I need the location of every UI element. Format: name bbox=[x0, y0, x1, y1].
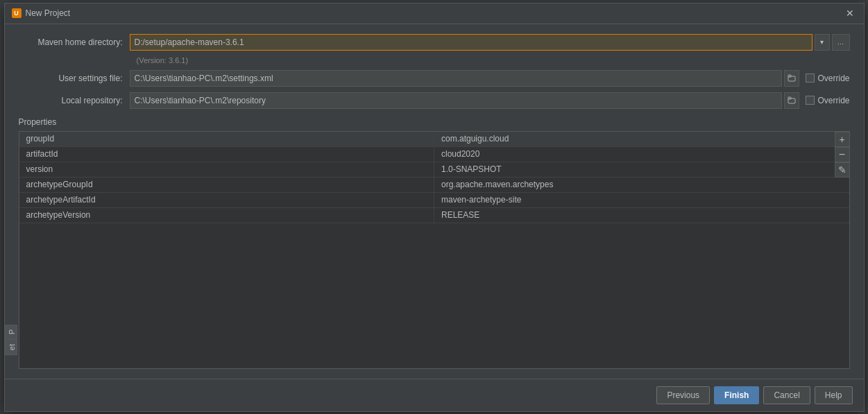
user-settings-override-checkbox[interactable] bbox=[806, 74, 815, 83]
new-project-dialog: U New Project ✕ Maven home directory: ▾ … bbox=[4, 3, 865, 412]
prop-key: archetypeGroupId bbox=[19, 178, 435, 192]
table-row[interactable]: artifactId cloud2020 bbox=[19, 147, 849, 162]
local-repo-input-group: Override bbox=[130, 92, 850, 109]
dialog-content: Maven home directory: ▾ … (Version: 3.6.… bbox=[5, 24, 864, 379]
user-settings-override-group: Override bbox=[806, 74, 849, 83]
prop-value: com.atguigu.cloud bbox=[434, 132, 849, 146]
previous-button[interactable]: Previous bbox=[656, 386, 710, 404]
prop-value: 1.0-SNAPSHOT bbox=[434, 162, 849, 177]
maven-home-row: Maven home directory: ▾ … bbox=[19, 34, 850, 51]
title-bar: U New Project ✕ bbox=[5, 3, 864, 24]
side-tab-p[interactable]: P bbox=[5, 325, 17, 339]
user-settings-input[interactable] bbox=[130, 70, 783, 87]
app-icon: U bbox=[12, 8, 22, 18]
prop-key: groupId bbox=[19, 132, 435, 146]
table-row[interactable]: archetypeArtifactId maven-archetype-site bbox=[19, 193, 849, 208]
table-row[interactable]: archetypeVersion RELEASE bbox=[19, 208, 849, 223]
remove-property-btn[interactable]: − bbox=[835, 147, 850, 162]
user-settings-override-label: Override bbox=[817, 74, 849, 83]
prop-key: artifactId bbox=[19, 147, 435, 162]
prop-key: archetypeArtifactId bbox=[19, 193, 435, 207]
properties-table: groupId com.atguigu.cloud artifactId clo… bbox=[19, 131, 850, 369]
user-settings-row: User settings file: Override bbox=[19, 70, 850, 87]
prop-value: org.apache.maven.archetypes bbox=[434, 178, 849, 192]
maven-version-note: (Version: 3.6.1) bbox=[137, 56, 850, 64]
maven-home-dropdown-btn[interactable]: ▾ bbox=[815, 34, 830, 51]
local-repo-override-group: Override bbox=[806, 96, 849, 105]
local-repo-browse-btn[interactable] bbox=[784, 92, 799, 109]
dialog-title: New Project bbox=[26, 8, 71, 18]
prop-key: archetypeVersion bbox=[19, 208, 435, 223]
side-tabs: P et bbox=[5, 325, 17, 356]
prop-value: cloud2020 bbox=[434, 147, 849, 162]
user-settings-input-group: Override bbox=[130, 70, 850, 87]
maven-home-input-group: ▾ … bbox=[130, 34, 850, 51]
local-repo-label: Local repository: bbox=[19, 96, 130, 105]
prop-value: RELEASE bbox=[434, 208, 849, 223]
table-row[interactable]: version 1.0-SNAPSHOT bbox=[19, 162, 849, 178]
close-button[interactable]: ✕ bbox=[843, 6, 857, 20]
local-repo-row: Local repository: Override bbox=[19, 92, 850, 109]
prop-key: version bbox=[19, 162, 435, 177]
add-property-btn[interactable]: + bbox=[835, 132, 850, 147]
prop-value: maven-archetype-site bbox=[434, 193, 849, 207]
local-repo-override-checkbox[interactable] bbox=[806, 96, 815, 105]
maven-home-input[interactable] bbox=[130, 34, 812, 51]
title-bar-left: U New Project bbox=[12, 8, 71, 18]
edit-property-btn[interactable]: ✎ bbox=[835, 162, 850, 178]
user-settings-browse-btn[interactable] bbox=[784, 70, 799, 87]
finish-button[interactable]: Finish bbox=[714, 386, 759, 404]
side-tab-et[interactable]: et bbox=[5, 339, 17, 355]
cancel-button[interactable]: Cancel bbox=[763, 386, 810, 404]
help-button[interactable]: Help bbox=[815, 386, 853, 404]
maven-home-more-btn[interactable]: … bbox=[832, 34, 850, 51]
local-repo-override-label: Override bbox=[817, 96, 849, 105]
table-row[interactable]: archetypeGroupId org.apache.maven.archet… bbox=[19, 178, 849, 193]
properties-section-title: Properties bbox=[19, 117, 850, 127]
props-inner: groupId com.atguigu.cloud artifactId clo… bbox=[19, 132, 849, 223]
dialog-footer: Previous Finish Cancel Help bbox=[5, 379, 864, 411]
table-row[interactable]: groupId com.atguigu.cloud bbox=[19, 132, 849, 147]
table-actions: + − ✎ bbox=[835, 132, 850, 178]
user-settings-label: User settings file: bbox=[19, 74, 130, 83]
local-repo-input[interactable] bbox=[130, 92, 783, 109]
maven-home-label: Maven home directory: bbox=[19, 37, 130, 47]
